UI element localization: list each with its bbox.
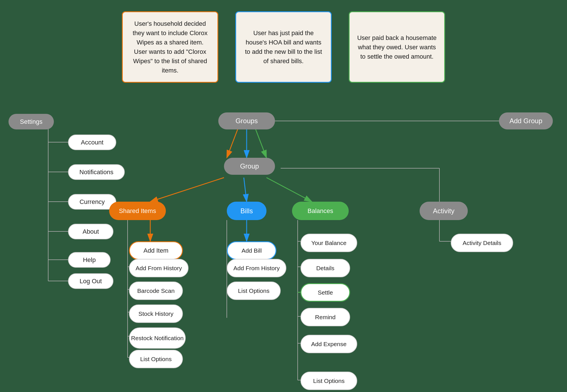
remind-node[interactable]: Remind — [301, 308, 350, 326]
svg-line-10 — [150, 178, 224, 202]
your-balance-node[interactable]: Your Balance — [301, 234, 357, 252]
bills-node[interactable]: Bills — [227, 202, 266, 220]
notifications-node[interactable]: Notifications — [68, 164, 125, 180]
details-node[interactable]: Details — [301, 259, 350, 277]
scenario-box-green: User paid back a housemate what they owe… — [349, 11, 445, 83]
svg-line-12 — [266, 178, 312, 202]
restock-notification-node[interactable]: Restock Notification — [129, 327, 186, 349]
list-options-balances-node[interactable]: List Options — [301, 372, 357, 390]
list-options-bills-node[interactable]: List Options — [227, 282, 281, 300]
add-from-history-items-node[interactable]: Add From History — [129, 259, 189, 277]
add-item-node[interactable]: Add Item — [129, 241, 183, 260]
diagram: Settings Account Notifications Currency … — [0, 97, 567, 392]
balances-node[interactable]: Balances — [292, 202, 349, 220]
account-node[interactable]: Account — [68, 135, 116, 150]
scenario-text-green: User paid back a housemate what they owe… — [356, 33, 437, 61]
list-options-items-node[interactable]: List Options — [129, 350, 183, 368]
currency-node[interactable]: Currency — [68, 194, 116, 210]
activity-node[interactable]: Activity — [420, 202, 468, 220]
svg-line-9 — [255, 128, 266, 158]
barcode-scan-node[interactable]: Barcode Scan — [129, 282, 183, 300]
scenario-text-blue: User has just paid the house's HOA bill … — [243, 28, 324, 66]
scenario-boxes: User's household decided they want to in… — [0, 0, 567, 88]
svg-line-11 — [244, 178, 247, 202]
add-from-history-bills-node[interactable]: Add From History — [227, 259, 286, 277]
stock-history-node[interactable]: Stock History — [129, 304, 183, 323]
scenario-text-orange: User's household decided they want to in… — [130, 19, 211, 75]
group-node[interactable]: Group — [224, 158, 275, 175]
scenario-box-blue: User has just paid the house's HOA bill … — [235, 11, 332, 83]
scenario-box-orange: User's household decided they want to in… — [122, 11, 218, 83]
groups-node[interactable]: Groups — [218, 112, 275, 129]
log-out-node[interactable]: Log Out — [68, 273, 113, 289]
about-node[interactable]: About — [68, 224, 113, 239]
activity-details-node[interactable]: Activity Details — [451, 234, 513, 252]
settings-node[interactable]: Settings — [9, 114, 54, 129]
settle-node[interactable]: Settle — [301, 283, 350, 302]
add-bill-node[interactable]: Add Bill — [227, 241, 276, 260]
shared-items-node[interactable]: Shared Items — [109, 202, 166, 220]
add-expense-node[interactable]: Add Expense — [301, 335, 357, 353]
svg-line-7 — [227, 128, 238, 158]
add-group-node[interactable]: Add Group — [499, 112, 553, 129]
help-node[interactable]: Help — [68, 252, 111, 268]
